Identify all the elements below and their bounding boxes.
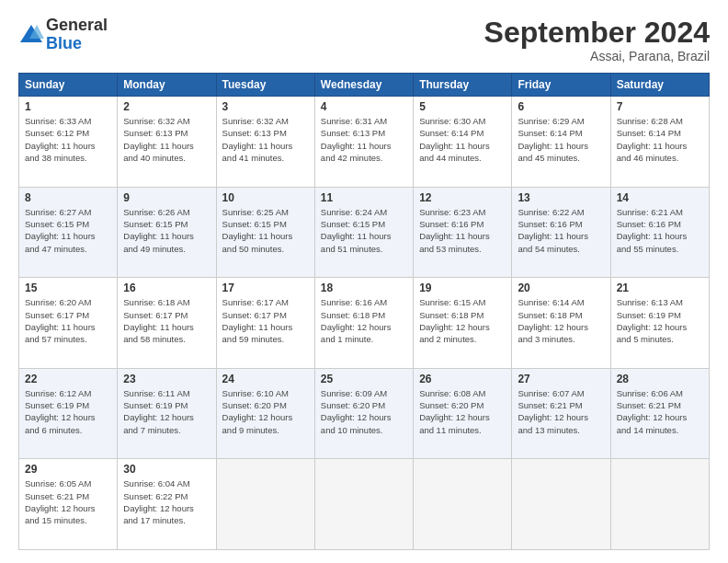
calendar-row: 8Sunrise: 6:27 AMSunset: 6:15 PMDaylight… xyxy=(19,187,710,278)
calendar-header-row: Sunday Monday Tuesday Wednesday Thursday… xyxy=(19,74,710,97)
table-row xyxy=(414,459,512,550)
table-row: 20Sunrise: 6:14 AMSunset: 6:18 PMDayligh… xyxy=(512,278,610,369)
day-number: 5 xyxy=(419,100,506,113)
day-number: 19 xyxy=(419,282,506,294)
day-number: 29 xyxy=(25,463,111,476)
day-info: Sunrise: 6:21 AMSunset: 6:16 PMDaylight:… xyxy=(617,206,703,255)
table-row: 5Sunrise: 6:30 AMSunset: 6:14 PMDaylight… xyxy=(414,97,512,188)
day-info: Sunrise: 6:25 AMSunset: 6:15 PMDaylight:… xyxy=(222,206,309,255)
day-number: 28 xyxy=(617,373,703,385)
day-info: Sunrise: 6:12 AMSunset: 6:19 PMDaylight:… xyxy=(25,387,111,436)
col-wednesday: Wednesday xyxy=(314,74,413,97)
calendar-row: 1Sunrise: 6:33 AMSunset: 6:12 PMDaylight… xyxy=(19,97,710,188)
day-info: Sunrise: 6:10 AMSunset: 6:20 PMDaylight:… xyxy=(222,387,309,436)
table-row: 4Sunrise: 6:31 AMSunset: 6:13 PMDaylight… xyxy=(314,97,413,188)
logo-blue-text: Blue xyxy=(46,35,108,53)
calendar-row: 15Sunrise: 6:20 AMSunset: 6:17 PMDayligh… xyxy=(19,278,710,369)
day-number: 11 xyxy=(321,191,407,204)
day-info: Sunrise: 6:32 AMSunset: 6:13 PMDaylight:… xyxy=(222,115,309,164)
day-info: Sunrise: 6:23 AMSunset: 6:16 PMDaylight:… xyxy=(419,206,506,255)
table-row: 19Sunrise: 6:15 AMSunset: 6:18 PMDayligh… xyxy=(414,278,512,369)
day-number: 20 xyxy=(518,282,604,294)
day-info: Sunrise: 6:32 AMSunset: 6:13 PMDaylight:… xyxy=(123,115,210,164)
col-tuesday: Tuesday xyxy=(216,74,314,97)
day-number: 13 xyxy=(518,191,604,204)
day-info: Sunrise: 6:33 AMSunset: 6:12 PMDaylight:… xyxy=(25,115,111,164)
day-info: Sunrise: 6:06 AMSunset: 6:21 PMDaylight:… xyxy=(617,387,703,436)
table-row: 26Sunrise: 6:08 AMSunset: 6:20 PMDayligh… xyxy=(414,368,512,459)
day-info: Sunrise: 6:26 AMSunset: 6:15 PMDaylight:… xyxy=(123,206,210,255)
table-row: 8Sunrise: 6:27 AMSunset: 6:15 PMDaylight… xyxy=(19,187,118,278)
table-row: 2Sunrise: 6:32 AMSunset: 6:13 PMDaylight… xyxy=(118,97,216,188)
calendar-table: Sunday Monday Tuesday Wednesday Thursday… xyxy=(18,73,710,550)
table-row: 3Sunrise: 6:32 AMSunset: 6:13 PMDaylight… xyxy=(216,97,314,188)
day-number: 22 xyxy=(25,373,111,385)
day-number: 12 xyxy=(419,191,506,204)
day-info: Sunrise: 6:18 AMSunset: 6:17 PMDaylight:… xyxy=(123,296,210,345)
col-friday: Friday xyxy=(512,74,610,97)
day-number: 23 xyxy=(123,373,210,385)
table-row: 13Sunrise: 6:22 AMSunset: 6:16 PMDayligh… xyxy=(512,187,610,278)
day-number: 10 xyxy=(222,191,309,204)
table-row: 24Sunrise: 6:10 AMSunset: 6:20 PMDayligh… xyxy=(216,368,314,459)
day-number: 17 xyxy=(222,282,309,294)
col-monday: Monday xyxy=(118,74,216,97)
table-row: 30Sunrise: 6:04 AMSunset: 6:22 PMDayligh… xyxy=(118,459,216,550)
day-info: Sunrise: 6:31 AMSunset: 6:13 PMDaylight:… xyxy=(321,115,407,164)
day-info: Sunrise: 6:09 AMSunset: 6:20 PMDaylight:… xyxy=(321,387,407,436)
day-number: 27 xyxy=(518,373,604,385)
day-number: 25 xyxy=(321,373,407,385)
day-number: 24 xyxy=(222,373,309,385)
day-info: Sunrise: 6:15 AMSunset: 6:18 PMDaylight:… xyxy=(419,296,506,345)
table-row xyxy=(610,459,709,550)
day-info: Sunrise: 6:13 AMSunset: 6:19 PMDaylight:… xyxy=(617,296,703,345)
table-row: 29Sunrise: 6:05 AMSunset: 6:21 PMDayligh… xyxy=(19,459,118,550)
day-info: Sunrise: 6:30 AMSunset: 6:14 PMDaylight:… xyxy=(419,115,506,164)
table-row: 25Sunrise: 6:09 AMSunset: 6:20 PMDayligh… xyxy=(314,368,413,459)
day-info: Sunrise: 6:05 AMSunset: 6:21 PMDaylight:… xyxy=(25,477,111,526)
day-number: 3 xyxy=(222,100,309,113)
table-row: 28Sunrise: 6:06 AMSunset: 6:21 PMDayligh… xyxy=(610,368,709,459)
day-number: 30 xyxy=(123,463,210,476)
day-number: 18 xyxy=(321,282,407,294)
day-number: 16 xyxy=(123,282,210,294)
calendar-row: 22Sunrise: 6:12 AMSunset: 6:19 PMDayligh… xyxy=(19,368,710,459)
table-row: 17Sunrise: 6:17 AMSunset: 6:17 PMDayligh… xyxy=(216,278,314,369)
location: Assai, Parana, Brazil xyxy=(484,49,710,63)
day-info: Sunrise: 6:17 AMSunset: 6:17 PMDaylight:… xyxy=(222,296,309,345)
logo: General Blue xyxy=(18,17,108,53)
day-number: 14 xyxy=(617,191,703,204)
day-info: Sunrise: 6:20 AMSunset: 6:17 PMDaylight:… xyxy=(25,296,111,345)
header: General Blue September 2024 Assai, Paran… xyxy=(18,17,710,63)
table-row: 21Sunrise: 6:13 AMSunset: 6:19 PMDayligh… xyxy=(610,278,709,369)
table-row: 15Sunrise: 6:20 AMSunset: 6:17 PMDayligh… xyxy=(19,278,118,369)
page: General Blue September 2024 Assai, Paran… xyxy=(0,0,728,563)
table-row: 6Sunrise: 6:29 AMSunset: 6:14 PMDaylight… xyxy=(512,97,610,188)
day-info: Sunrise: 6:16 AMSunset: 6:18 PMDaylight:… xyxy=(321,296,407,345)
day-info: Sunrise: 6:28 AMSunset: 6:14 PMDaylight:… xyxy=(617,115,703,164)
calendar-row: 29Sunrise: 6:05 AMSunset: 6:21 PMDayligh… xyxy=(19,459,710,550)
table-row: 14Sunrise: 6:21 AMSunset: 6:16 PMDayligh… xyxy=(610,187,709,278)
day-number: 8 xyxy=(25,191,111,204)
day-info: Sunrise: 6:24 AMSunset: 6:15 PMDaylight:… xyxy=(321,206,407,255)
day-number: 6 xyxy=(518,100,604,113)
table-row: 12Sunrise: 6:23 AMSunset: 6:16 PMDayligh… xyxy=(414,187,512,278)
day-info: Sunrise: 6:29 AMSunset: 6:14 PMDaylight:… xyxy=(518,115,604,164)
table-row xyxy=(314,459,413,550)
day-info: Sunrise: 6:27 AMSunset: 6:15 PMDaylight:… xyxy=(25,206,111,255)
logo-general-text: General xyxy=(46,17,108,35)
logo-icon xyxy=(18,22,44,48)
day-info: Sunrise: 6:08 AMSunset: 6:20 PMDaylight:… xyxy=(419,387,506,436)
table-row: 7Sunrise: 6:28 AMSunset: 6:14 PMDaylight… xyxy=(610,97,709,188)
day-number: 21 xyxy=(617,282,703,294)
day-number: 1 xyxy=(25,100,111,113)
day-info: Sunrise: 6:22 AMSunset: 6:16 PMDaylight:… xyxy=(518,206,604,255)
day-info: Sunrise: 6:11 AMSunset: 6:19 PMDaylight:… xyxy=(123,387,210,436)
table-row: 16Sunrise: 6:18 AMSunset: 6:17 PMDayligh… xyxy=(118,278,216,369)
table-row: 10Sunrise: 6:25 AMSunset: 6:15 PMDayligh… xyxy=(216,187,314,278)
col-sunday: Sunday xyxy=(19,74,118,97)
table-row: 27Sunrise: 6:07 AMSunset: 6:21 PMDayligh… xyxy=(512,368,610,459)
day-number: 2 xyxy=(123,100,210,113)
table-row xyxy=(216,459,314,550)
table-row: 1Sunrise: 6:33 AMSunset: 6:12 PMDaylight… xyxy=(19,97,118,188)
